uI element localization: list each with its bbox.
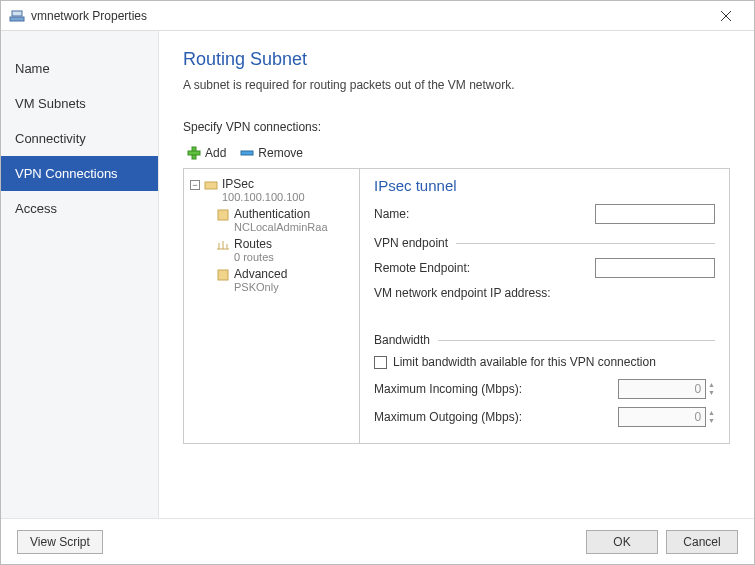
connections-tree: − IPSec 100.100.100.100 [184, 169, 360, 443]
sidebar-item-name[interactable]: Name [1, 51, 158, 86]
close-icon [721, 11, 731, 21]
view-script-button[interactable]: View Script [17, 530, 103, 554]
cancel-button[interactable]: Cancel [666, 530, 738, 554]
max-incoming-row: Maximum Incoming (Mbps): ▲▼ [374, 379, 715, 399]
vm-endpoint-row: VM network endpoint IP address: [374, 286, 715, 300]
connections-toolbar: Add Remove [183, 140, 730, 168]
chevron-down-icon: ▼ [708, 389, 715, 397]
connections-box: − IPSec 100.100.100.100 [183, 168, 730, 444]
properties-window: vmnetwork Properties Name VM Subnets Con… [0, 0, 755, 565]
main-panel: Routing Subnet A subnet is required for … [159, 31, 754, 518]
max-outgoing-label: Maximum Outgoing (Mbps): [374, 410, 618, 424]
tree-root-label: IPSec [222, 177, 305, 191]
svg-rect-5 [188, 151, 200, 155]
svg-rect-13 [218, 270, 228, 280]
detail-panel: IPsec tunnel Name: VPN endpoint Remote E… [360, 169, 729, 443]
tree-item-sub: NCLocalAdminRaa [234, 221, 328, 233]
max-outgoing-input [618, 407, 706, 427]
bandwidth-group: Bandwidth [374, 333, 715, 347]
tree-item-label: Routes [234, 237, 274, 251]
tree-item-sub: 0 routes [234, 251, 274, 263]
vpn-icon [204, 178, 218, 195]
app-icon [9, 8, 25, 24]
tree-item-advanced[interactable]: Advanced PSKOnly [216, 265, 353, 295]
chevron-up-icon: ▲ [708, 381, 715, 389]
remote-endpoint-input[interactable] [595, 258, 715, 278]
limit-bandwidth-row: Limit bandwidth available for this VPN c… [374, 355, 715, 369]
collapse-icon[interactable]: − [190, 180, 200, 190]
ok-button[interactable]: OK [586, 530, 658, 554]
svg-rect-0 [10, 17, 24, 21]
remove-button[interactable]: Remove [236, 144, 307, 162]
sidebar-item-vm-subnets[interactable]: VM Subnets [1, 86, 158, 121]
tree-root[interactable]: − IPSec 100.100.100.100 [190, 175, 353, 205]
vpn-endpoint-group-label: VPN endpoint [374, 236, 448, 250]
cancel-label: Cancel [683, 535, 720, 549]
advanced-icon [216, 268, 230, 285]
remote-endpoint-label: Remote Endpoint: [374, 261, 595, 275]
routes-icon [216, 238, 230, 255]
name-input[interactable] [595, 204, 715, 224]
svg-rect-7 [205, 182, 217, 189]
specify-label: Specify VPN connections: [183, 120, 730, 134]
tree-item-routes[interactable]: Routes 0 routes [216, 235, 353, 265]
vpn-endpoint-group: VPN endpoint [374, 236, 715, 250]
add-button[interactable]: Add [183, 144, 230, 162]
titlebar: vmnetwork Properties [1, 1, 754, 31]
page-title: Routing Subnet [183, 49, 730, 70]
max-outgoing-row: Maximum Outgoing (Mbps): ▲▼ [374, 407, 715, 427]
authentication-icon [216, 208, 230, 225]
window-title: vmnetwork Properties [31, 9, 706, 23]
chevron-down-icon: ▼ [708, 417, 715, 425]
max-incoming-label: Maximum Incoming (Mbps): [374, 382, 618, 396]
vm-endpoint-label: VM network endpoint IP address: [374, 286, 715, 300]
svg-rect-8 [218, 210, 228, 220]
max-incoming-input [618, 379, 706, 399]
add-icon [187, 146, 201, 160]
sidebar: Name VM Subnets Connectivity VPN Connect… [1, 31, 159, 518]
tree-item-sub: PSKOnly [234, 281, 287, 293]
tree-item-authentication[interactable]: Authentication NCLocalAdminRaa [216, 205, 353, 235]
body: Name VM Subnets Connectivity VPN Connect… [1, 31, 754, 518]
name-row: Name: [374, 204, 715, 224]
limit-bandwidth-checkbox[interactable] [374, 356, 387, 369]
sidebar-item-connectivity[interactable]: Connectivity [1, 121, 158, 156]
view-script-label: View Script [30, 535, 90, 549]
remove-icon [240, 146, 254, 160]
footer: View Script OK Cancel [1, 518, 754, 564]
tree-root-sub: 100.100.100.100 [222, 191, 305, 203]
tree-item-label: Advanced [234, 267, 287, 281]
remove-label: Remove [258, 146, 303, 160]
limit-bandwidth-label: Limit bandwidth available for this VPN c… [393, 355, 656, 369]
max-incoming-spinner: ▲▼ [708, 381, 715, 397]
ok-label: OK [613, 535, 630, 549]
divider [438, 340, 715, 341]
svg-rect-6 [241, 151, 253, 155]
bandwidth-group-label: Bandwidth [374, 333, 430, 347]
page-description: A subnet is required for routing packets… [183, 78, 730, 92]
svg-rect-1 [12, 11, 22, 16]
name-label: Name: [374, 207, 595, 221]
remote-endpoint-row: Remote Endpoint: [374, 258, 715, 278]
max-outgoing-spinner: ▲▼ [708, 409, 715, 425]
sidebar-item-access[interactable]: Access [1, 191, 158, 226]
tree-item-label: Authentication [234, 207, 328, 221]
detail-title: IPsec tunnel [374, 177, 715, 194]
close-button[interactable] [706, 2, 746, 30]
chevron-up-icon: ▲ [708, 409, 715, 417]
sidebar-item-vpn-connections[interactable]: VPN Connections [1, 156, 158, 191]
add-label: Add [205, 146, 226, 160]
divider [456, 243, 715, 244]
